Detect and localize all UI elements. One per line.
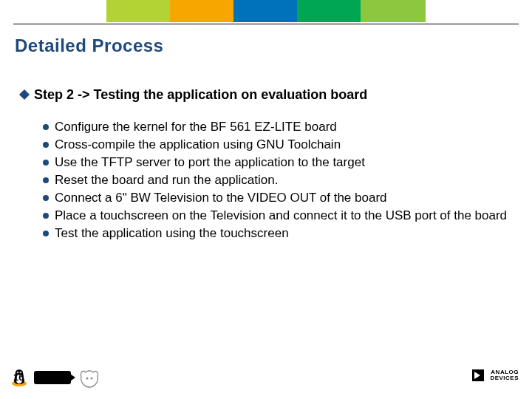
bullet-icon xyxy=(43,124,49,130)
step-heading: Step 2 -> Testing the application on eva… xyxy=(21,87,511,103)
blackfin-logo-icon xyxy=(34,371,71,384)
list-item: Test the application using the touchscre… xyxy=(43,225,511,242)
list-item-text: Connect a 6" BW Television to the VIDEO … xyxy=(55,191,387,205)
horizontal-rule xyxy=(13,24,519,24)
list-item: Configure the kernel for the BF 561 EZ-L… xyxy=(43,119,511,136)
slide: Detailed Process Step 2 -> Testing the a… xyxy=(0,0,532,399)
list-item-text: Use the TFTP server to port the applicat… xyxy=(55,155,365,169)
bullet-icon xyxy=(43,195,49,201)
bullet-icon xyxy=(43,231,49,236)
sub-bullet-list: Configure the kernel for the BF 561 EZ-L… xyxy=(43,119,511,242)
page-number: 16 xyxy=(13,372,24,383)
list-item: Use the TFTP server to port the applicat… xyxy=(43,154,511,171)
bullet-icon xyxy=(43,213,49,219)
banner-segment xyxy=(170,0,233,22)
header-banner xyxy=(106,0,426,22)
adi-logo-text: ANALOG DEVICES xyxy=(490,369,519,381)
svg-point-6 xyxy=(86,378,89,380)
banner-segment xyxy=(361,0,426,22)
bullet-icon xyxy=(43,177,49,183)
bullet-icon xyxy=(43,160,49,166)
list-item: Reset the board and run the application. xyxy=(43,172,511,189)
analog-devices-logo: ANALOG DEVICES xyxy=(445,368,519,381)
adi-triangle-icon xyxy=(472,369,484,381)
list-item-text: Test the application using the touchscre… xyxy=(55,226,289,240)
list-item-text: Cross-compile the application using GNU … xyxy=(55,137,341,151)
slide-body: Step 2 -> Testing the application on eva… xyxy=(21,87,511,243)
svg-point-7 xyxy=(91,378,93,380)
banner-segment xyxy=(297,0,361,22)
gnu-icon xyxy=(78,368,100,389)
adi-line2: DEVICES xyxy=(490,375,519,381)
step-text: 2 -> Testing the application on evaluati… xyxy=(66,87,367,102)
list-item-text: Configure the kernel for the BF 561 EZ-L… xyxy=(55,120,337,134)
list-item-text: Reset the board and run the application. xyxy=(55,173,278,187)
step-label: Step xyxy=(34,87,63,102)
list-item-text: Place a touchscreen on the Television an… xyxy=(55,208,507,222)
list-item: Connect a 6" BW Television to the VIDEO … xyxy=(43,190,511,207)
slide-title: Detailed Process xyxy=(15,35,163,56)
banner-segment xyxy=(233,0,297,22)
list-item: Place a touchscreen on the Television an… xyxy=(43,208,511,225)
list-item: Cross-compile the application using GNU … xyxy=(43,137,511,154)
diamond-bullet-icon xyxy=(19,89,30,100)
bullet-icon xyxy=(43,142,49,148)
slide-footer: 16 ANALOG DEVICES xyxy=(0,356,532,389)
banner-segment xyxy=(106,0,170,22)
